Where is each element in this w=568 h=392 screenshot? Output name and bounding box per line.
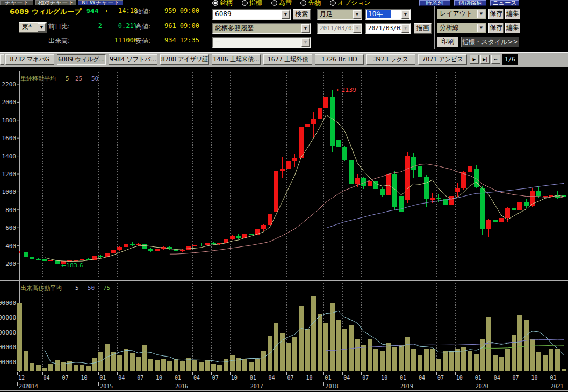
volume-bar	[449, 351, 454, 371]
period-combo[interactable]: 月足▼	[317, 9, 362, 20]
chevron-down-icon[interactable]: ▼	[38, 23, 46, 32]
candle	[517, 202, 522, 210]
candle	[192, 245, 197, 246]
month-label: 10	[231, 375, 238, 381]
candle	[424, 177, 429, 199]
radio-indicator[interactable]: 指標	[242, 0, 262, 6]
stock-tab[interactable]: 7071 アンビス	[418, 54, 467, 65]
chevron-down-icon[interactable]: ▼	[282, 10, 290, 19]
sub-combo[interactable]: −▼	[212, 37, 311, 48]
tab-back-icon[interactable]: ←	[491, 55, 500, 64]
volume-bar	[242, 359, 247, 371]
volume-bar	[180, 361, 185, 371]
layout-edit-button[interactable]: 編集	[505, 9, 520, 19]
price-tick-label: 2000	[2, 99, 17, 106]
stock-tab[interactable]: 3923 ラクス	[366, 54, 415, 65]
volume-bar	[455, 349, 460, 371]
tab-last-icon[interactable]: ▶|	[480, 55, 490, 64]
month-label: 04	[419, 375, 425, 381]
chevron-down-icon[interactable]: ▼	[477, 10, 485, 18]
candle	[205, 243, 210, 246]
stock-tab[interactable]: 1677 上場外債	[263, 54, 312, 65]
layout-save-button[interactable]: 保存	[488, 9, 504, 19]
print-button[interactable]: 印刷	[437, 37, 458, 47]
tab-chart[interactable]: チャート	[0, 0, 33, 5]
candle	[468, 166, 472, 173]
analysis-save-button[interactable]: 保存	[488, 23, 504, 33]
tab-page-indicator: 1/6	[502, 54, 518, 65]
chevron-down-icon[interactable]: ▼	[477, 24, 485, 32]
month-label: 01	[250, 375, 256, 381]
grid-layer	[24, 72, 549, 371]
volume-tick-label: 5000000	[0, 300, 16, 307]
date-from-field[interactable]: 2011/03/02▼	[317, 23, 362, 34]
candle	[493, 220, 498, 222]
time-series-button[interactable]: 時系列	[419, 0, 450, 6]
radio-symbol[interactable]: 銘柄	[212, 0, 233, 6]
volume-bar	[105, 344, 110, 371]
price-tick-label: 1600	[2, 135, 17, 142]
stock-code-name: 6089 ウィルグループ	[10, 7, 82, 17]
toolbar-separator	[210, 4, 210, 49]
analysis-line-combo[interactable]: 分析線▼	[437, 23, 486, 33]
tab-next-icon[interactable]: ▶	[470, 55, 479, 64]
stock-tab[interactable]: 1486 上場米債...	[212, 54, 261, 65]
date-to-field[interactable]: 2021/03/02▼	[365, 23, 411, 34]
tab-relative-chart[interactable]: 相対チャート	[35, 0, 76, 5]
layout-combo[interactable]: レイアウト▼	[437, 9, 486, 19]
candle	[42, 259, 47, 261]
stock-tab[interactable]: 1726 Br. HD	[315, 54, 364, 65]
volume-bar	[230, 355, 235, 371]
radio-icon	[212, 0, 218, 6]
volume-bar	[524, 320, 529, 371]
chevron-down-icon: ▼	[353, 24, 361, 33]
candle	[155, 249, 160, 251]
month-label: 10	[456, 375, 463, 381]
exchange-value: 東*	[22, 23, 32, 31]
price-tick-label: 1200	[2, 171, 17, 178]
analysis-edit-button[interactable]: 編集	[505, 23, 520, 33]
radio-forex[interactable]: 為替	[271, 0, 292, 6]
candle	[199, 245, 204, 246]
draw-button[interactable]: 描画	[414, 23, 432, 34]
volume-ma5-line	[45, 311, 564, 364]
candle	[361, 178, 366, 186]
chevron-down-icon: ▼	[401, 24, 409, 33]
symbol-combo[interactable]: 6089▼	[212, 9, 291, 20]
individual-stock-button[interactable]: 個別銘柄	[454, 0, 486, 6]
range-combo[interactable]: 10年▼	[365, 9, 411, 20]
volume-bar	[174, 359, 178, 371]
volume-bar	[155, 360, 160, 371]
chart-canvas[interactable]: 2004006008001000120014001600180020002200…	[0, 66, 568, 392]
month-label: 01	[400, 375, 406, 381]
chevron-down-icon[interactable]: ▼	[353, 10, 361, 19]
history-combo[interactable]: 銘柄参照履歴▼	[212, 23, 311, 34]
volume-bar	[161, 359, 166, 371]
chevron-down-icon[interactable]: ▼	[301, 24, 310, 33]
indicator-style-button[interactable]: 指標・スタイル>>	[461, 37, 519, 47]
tab-new-chart[interactable]: NEWチャート	[78, 0, 123, 5]
volume-bar	[499, 357, 504, 371]
candle	[17, 252, 22, 253]
volume-bar	[411, 349, 416, 371]
stock-tab-selected[interactable]: 6089 ウィルグ...	[57, 54, 106, 65]
toolbar: チャート 相対チャート NEWチャート 6089 ウィルグループ 944 → 1…	[0, 0, 568, 52]
price-tick-label: 1400	[2, 153, 17, 160]
chevron-down-icon[interactable]: ▼	[401, 10, 409, 19]
stock-tab[interactable]: 9984 ソフトバ...	[109, 54, 157, 65]
search-button[interactable]: 検索	[293, 9, 311, 20]
stock-tab[interactable]: 8732 マネパG	[5, 54, 54, 65]
volume-bar	[474, 354, 479, 371]
volume-bar	[74, 365, 78, 371]
radio-options[interactable]: オプション	[330, 0, 370, 6]
chevron-down-icon[interactable]: ▼	[301, 38, 310, 47]
radio-futures[interactable]: 先物	[300, 0, 321, 6]
volume-bar	[336, 320, 341, 371]
stock-tab[interactable]: 8708 アイザワ証	[160, 54, 209, 65]
volume-bar	[92, 358, 97, 371]
volume-bar	[493, 355, 498, 371]
candle	[443, 199, 448, 205]
news-button[interactable]: ニュース	[490, 0, 519, 6]
volume-bar	[217, 365, 222, 371]
exchange-combo[interactable]: 東* ▼	[19, 22, 47, 33]
